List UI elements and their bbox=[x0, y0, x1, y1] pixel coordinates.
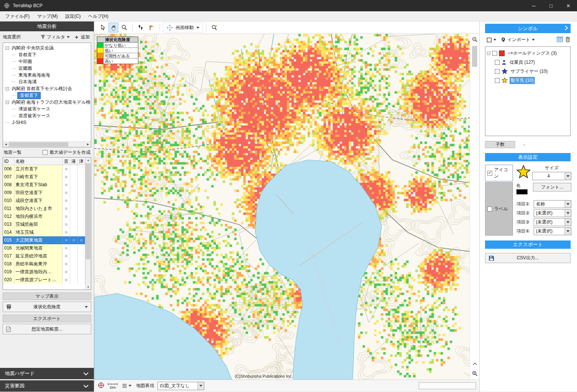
tree-horizontal-scrollbar[interactable]: ◀ ▶ bbox=[3, 141, 91, 147]
status-input[interactable] bbox=[419, 382, 476, 389]
table-row[interactable]: 010成田空港直下○ bbox=[3, 197, 85, 205]
shape-select-combo[interactable] bbox=[485, 37, 497, 43]
label-toggle-box[interactable]: ラベル bbox=[485, 182, 513, 236]
map-viewport[interactable]: 液状化危険度 かなり低い低い可能性がある高い (C)Shobunsha Publ… bbox=[94, 34, 479, 380]
field-combo-1[interactable]: 名称 bbox=[534, 200, 571, 208]
field-combo-2[interactable]: (未選択) bbox=[534, 209, 571, 217]
tree-item[interactable]: 震度被害ケース bbox=[4, 112, 90, 119]
field-drop-button[interactable] bbox=[565, 228, 571, 235]
size-drop-button[interactable] bbox=[565, 172, 571, 180]
tree-item[interactable]: 首都直下 bbox=[4, 92, 90, 99]
tree-expander-icon[interactable]: − bbox=[6, 46, 9, 50]
scroll-left-icon[interactable]: ◀ bbox=[3, 143, 9, 146]
delete-button[interactable] bbox=[565, 37, 570, 43]
symbol-tree-item[interactable]: 取引先 (10) bbox=[487, 76, 569, 85]
strip-collapse-button[interactable] bbox=[471, 360, 479, 368]
symbol-checkbox[interactable] bbox=[495, 69, 500, 74]
csv-export-button[interactable]: CSV出力... bbox=[485, 253, 571, 263]
tree-item[interactable]: −内閣府 南海トラフの巨大地震モデル検 bbox=[4, 99, 90, 106]
select-cursor-tool[interactable] bbox=[98, 23, 107, 32]
scrollbar-thumb[interactable] bbox=[9, 142, 68, 147]
table-row[interactable]: 020一律震源プレート…○ bbox=[3, 276, 85, 284]
zoom-out-button[interactable] bbox=[471, 35, 479, 44]
minimize-button[interactable]: ─ bbox=[525, 0, 542, 11]
table-row[interactable]: 009羽田空港直下○ bbox=[3, 189, 85, 197]
center-compass-icon[interactable] bbox=[98, 382, 104, 390]
column-header-shindo[interactable]: 震 bbox=[63, 158, 70, 165]
menu-item[interactable]: 設定(C) bbox=[61, 11, 84, 21]
label-checkbox[interactable] bbox=[487, 207, 492, 211]
size-combo[interactable]: 4 bbox=[532, 172, 571, 180]
symbol-panel-header[interactable]: シンボル bbox=[485, 24, 571, 33]
zoom-tool[interactable] bbox=[119, 23, 129, 32]
column-header-id[interactable]: ID bbox=[3, 158, 14, 165]
icon-checkbox[interactable] bbox=[487, 171, 492, 176]
flag-tool[interactable] bbox=[147, 23, 156, 32]
table-row[interactable]: 013茨城県南部○ bbox=[3, 220, 85, 228]
table-row[interactable]: 018房総半島南東沖○ bbox=[3, 260, 85, 268]
table-scrollbar-thumb[interactable] bbox=[86, 163, 90, 259]
symbol-checkbox[interactable] bbox=[495, 78, 500, 83]
tree-item[interactable]: 首都直下 bbox=[4, 51, 90, 58]
field-drop-button[interactable] bbox=[565, 201, 571, 208]
table-row[interactable]: 011地殻内さいたま市○ bbox=[3, 205, 85, 213]
table-row[interactable]: 016元禄関東地震○ bbox=[3, 244, 85, 252]
add-button[interactable]: ＋ 追加 bbox=[72, 33, 91, 41]
scroll-right-icon[interactable]: ▶ bbox=[85, 143, 91, 146]
tree-item[interactable]: −内閣府 中央防災会議 bbox=[4, 44, 90, 51]
tree-expander-icon[interactable]: − bbox=[6, 101, 9, 104]
section-header-disaster[interactable]: 災害要因 bbox=[0, 380, 94, 392]
tree-item[interactable]: 津波被害ケース bbox=[4, 106, 90, 112]
section-header-hazard[interactable]: 地震ハザード bbox=[0, 368, 94, 379]
table-row[interactable]: 007川崎市直下○ bbox=[3, 173, 85, 181]
symbol-tree-item[interactable]: サプライヤー (10) bbox=[487, 67, 569, 76]
hazard-layer-button[interactable]: 液状化危険度 bbox=[3, 302, 91, 312]
report-button[interactable]: 想定地震帳票... bbox=[3, 324, 91, 334]
symbol-tree[interactable]: −○×ホールディングス (3)従業員 (127)サプライヤー (10)取引先 (… bbox=[485, 46, 571, 136]
filter-button[interactable]: フィルタ bbox=[39, 33, 71, 41]
attribute-table-button[interactable] bbox=[557, 37, 563, 43]
route-tool[interactable] bbox=[136, 23, 145, 32]
tree-expander-icon[interactable]: − bbox=[6, 87, 9, 90]
quake-source-tree[interactable]: −内閣府 中央防災会議首都直下中部圏近畿圏東海東南海南海日本海溝−内閣府 首都直… bbox=[3, 43, 91, 147]
scroll-down-icon[interactable]: ▼ bbox=[87, 286, 90, 288]
field-combo-3[interactable]: (未選択) bbox=[534, 218, 571, 226]
tree-item[interactable]: 東海東南海南海 bbox=[4, 72, 90, 78]
menu-item[interactable]: マップ(M) bbox=[33, 11, 61, 21]
maximize-button[interactable]: □ bbox=[542, 0, 560, 11]
table-row[interactable]: 014埼玉茨城○ bbox=[3, 228, 85, 236]
table-row[interactable]: 008東京湾直下Slab○ bbox=[3, 181, 85, 189]
tree-item[interactable]: −内閣府 首都直下モデル検討会 bbox=[4, 85, 90, 92]
map-canvas[interactable] bbox=[94, 34, 470, 380]
symbol-checkbox[interactable] bbox=[495, 60, 500, 65]
tree-item[interactable]: 中部圏 bbox=[4, 58, 90, 65]
import-button[interactable]: インポート bbox=[500, 36, 536, 44]
table-row[interactable]: 019一律震源地殻内…○ bbox=[3, 268, 85, 276]
table-row[interactable]: 006立川市直下○ bbox=[3, 165, 85, 173]
tree-item[interactable]: 近畿圏 bbox=[4, 65, 90, 72]
close-button[interactable]: ✕ bbox=[560, 0, 577, 11]
menu-item[interactable]: ヘルプ(H) bbox=[84, 11, 112, 21]
pan-mode-combo[interactable]: 画面移動 bbox=[163, 23, 203, 32]
layer-list-button[interactable] bbox=[121, 383, 133, 389]
pan-hand-tool[interactable] bbox=[109, 23, 118, 32]
menu-item[interactable]: ファイル(F) bbox=[2, 11, 33, 21]
tree-item[interactable]: 日本海溝 bbox=[4, 78, 90, 85]
color-swatch[interactable] bbox=[516, 189, 528, 194]
table-row[interactable]: 015大正関東地震○○○ bbox=[3, 236, 85, 244]
map-style-drop-button[interactable] bbox=[197, 382, 204, 390]
table-row[interactable]: 012地殻内横浜市○ bbox=[3, 213, 85, 220]
zoom-slider-thumb[interactable] bbox=[472, 46, 477, 67]
column-header-liquefaction[interactable]: 液 bbox=[70, 158, 78, 165]
max-data-checkbox[interactable] bbox=[43, 150, 47, 155]
symbol-checkbox[interactable] bbox=[492, 51, 497, 56]
zoom-search-tool[interactable] bbox=[210, 23, 219, 32]
symbol-tree-item[interactable]: −○×ホールディングス (3) bbox=[487, 49, 569, 58]
zoom-in-button[interactable] bbox=[471, 369, 479, 378]
scroll-up-icon[interactable]: ▲ bbox=[87, 159, 90, 161]
tree-expander-icon[interactable]: − bbox=[487, 52, 490, 55]
icon-toggle-box[interactable]: アイコン bbox=[485, 165, 513, 181]
field-drop-button[interactable] bbox=[565, 210, 571, 217]
field-drop-button[interactable] bbox=[565, 219, 571, 226]
map-style-combo[interactable]: 白図_文字なし bbox=[158, 382, 204, 390]
